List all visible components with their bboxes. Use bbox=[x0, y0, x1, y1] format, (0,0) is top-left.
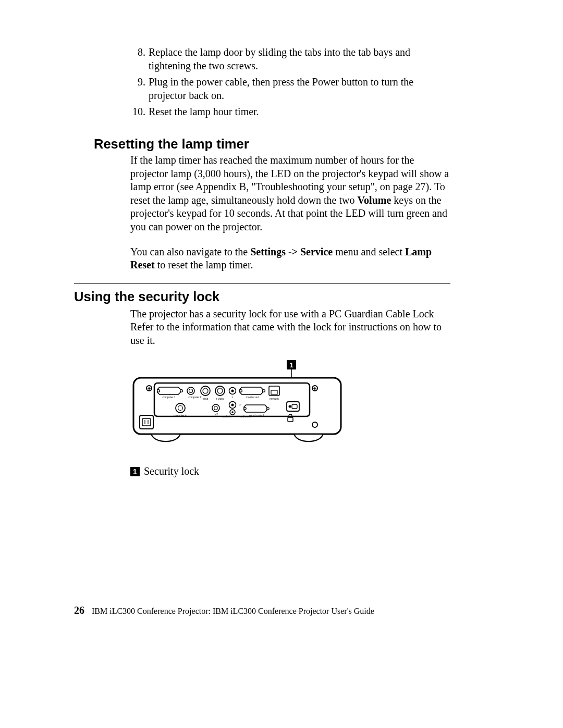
step-8: Replace the lamp door by sliding the tab… bbox=[149, 46, 450, 72]
label-network: network bbox=[270, 397, 279, 400]
svg-point-23 bbox=[189, 389, 193, 392]
step-10: Reset the lamp hour timer. bbox=[149, 105, 450, 119]
svg-point-41 bbox=[231, 411, 234, 413]
callout-number-1: 1 bbox=[130, 467, 140, 476]
bold-settings-service: Settings -> Service bbox=[250, 246, 333, 257]
reset-paragraph-1: If the lamp timer has reached the maximu… bbox=[130, 154, 450, 234]
svg-point-11 bbox=[312, 422, 317, 427]
callout-label-1: Security lock bbox=[144, 465, 199, 477]
svg-point-29 bbox=[231, 389, 234, 392]
svg-rect-13 bbox=[142, 418, 151, 426]
svg-point-42 bbox=[244, 407, 246, 409]
footer-text: IBM iLC300 Conference Projector: IBM iLC… bbox=[92, 607, 374, 615]
svg-rect-18 bbox=[292, 404, 297, 409]
svg-point-43 bbox=[267, 407, 269, 409]
section-rule bbox=[74, 283, 450, 284]
text-fragment: menu and select bbox=[333, 246, 405, 257]
label-audio-in: audio in bbox=[222, 415, 231, 418]
label-monitor-out: monitor out bbox=[246, 396, 259, 399]
label-computer1: computer 1 bbox=[162, 396, 175, 399]
page-number: 26 bbox=[74, 604, 84, 616]
svg-point-39 bbox=[231, 403, 234, 406]
reset-paragraph-2: You can also navigate to the Settings ->… bbox=[130, 245, 450, 272]
label-ps2: ps2 bbox=[214, 413, 218, 416]
callout-marker-1: 1 bbox=[289, 361, 293, 369]
svg-point-30 bbox=[240, 389, 242, 392]
text-fragment: to reset the lamp timer. bbox=[155, 259, 253, 270]
svg-point-20 bbox=[157, 389, 160, 392]
callout-legend: 1Security lock bbox=[130, 465, 450, 477]
text-fragment: You can also navigate to the bbox=[130, 246, 250, 257]
label-serial-control: serial control bbox=[249, 414, 264, 417]
projector-rear-svg: 1 bbox=[130, 359, 349, 458]
svg-point-27 bbox=[217, 388, 223, 393]
projector-rear-figure: 1 bbox=[130, 359, 450, 458]
svg-point-31 bbox=[263, 389, 265, 392]
svg-point-21 bbox=[180, 389, 183, 392]
svg-point-37 bbox=[214, 406, 218, 410]
step-list: Replace the lamp door by sliding the tab… bbox=[74, 46, 450, 119]
label-vesa: vesa bbox=[203, 397, 209, 400]
page-footer: 26IBM iLC300 Conference Projector: IBM i… bbox=[74, 604, 374, 616]
label-R: R bbox=[239, 403, 241, 406]
svg-point-35 bbox=[178, 405, 183, 410]
bold-volume: Volume bbox=[357, 194, 391, 206]
label-computer-in: computer in bbox=[174, 414, 187, 417]
heading-resetting-lamp-timer: Resetting the lamp timer bbox=[94, 137, 450, 152]
lock-paragraph: The projector has a security lock for us… bbox=[130, 307, 450, 348]
label-L: L bbox=[232, 396, 234, 399]
step-9: Plug in the power cable, then press the … bbox=[149, 76, 450, 102]
label-svideo: s-video bbox=[216, 397, 224, 400]
svg-point-17 bbox=[289, 405, 291, 408]
svg-rect-19 bbox=[288, 417, 293, 422]
svg-rect-33 bbox=[271, 390, 277, 394]
svg-point-25 bbox=[203, 388, 208, 393]
label-computer2: computer 2 bbox=[188, 396, 201, 399]
heading-security-lock: Using the security lock bbox=[74, 289, 450, 304]
